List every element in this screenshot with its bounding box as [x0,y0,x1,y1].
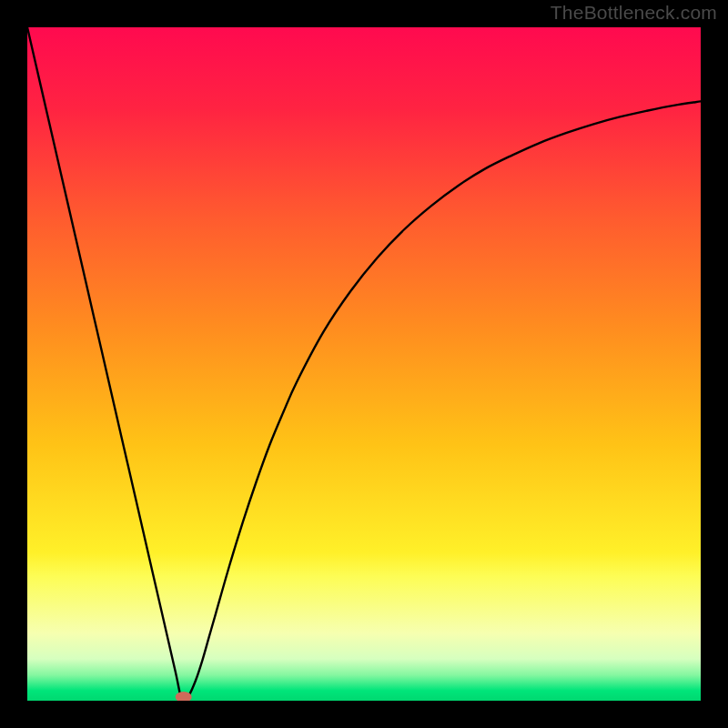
watermark-text: TheBottleneck.com [551,2,717,24]
gradient-background [27,27,701,701]
plot-area [27,27,701,701]
chart-svg [27,27,701,701]
chart-frame: TheBottleneck.com [0,0,728,728]
